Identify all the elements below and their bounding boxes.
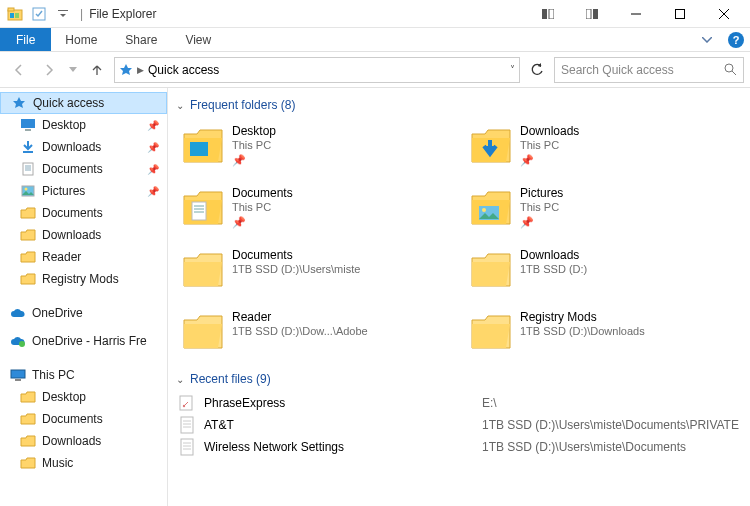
file-icon — [178, 394, 196, 412]
section-frequent-folders[interactable]: ⌄ Frequent folders (8) — [172, 96, 750, 114]
tab-view[interactable]: View — [171, 28, 225, 51]
sidebar-this-pc[interactable]: This PC — [0, 364, 167, 386]
sidebar-item-documents-2[interactable]: Documents — [0, 202, 167, 224]
file-row[interactable]: PhraseExpressE:\ — [178, 392, 746, 414]
file-location: 1TB SSD (D:)\Users\miste\Documents\PRIVA… — [482, 418, 739, 432]
file-icon — [178, 416, 196, 434]
forward-button[interactable] — [36, 57, 62, 83]
sidebar-thispc-documents[interactable]: Documents — [0, 408, 167, 430]
address-bar[interactable]: ▶ Quick access ˅ — [114, 57, 520, 83]
folder-location: This PC — [232, 200, 293, 214]
ribbon-display-icon-2[interactable] — [570, 0, 614, 28]
sidebar-item-reader[interactable]: Reader — [0, 246, 167, 268]
qat-dropdown-icon[interactable] — [52, 3, 74, 25]
sidebar-item-label: OneDrive — [32, 306, 83, 320]
refresh-button[interactable] — [524, 57, 550, 83]
cloud-icon — [10, 305, 26, 321]
sidebar-item-label: OneDrive - Harris Fre — [32, 334, 147, 348]
search-input[interactable] — [561, 63, 724, 77]
sidebar-item-desktop[interactable]: Desktop 📌 — [0, 114, 167, 136]
pin-icon: 📌 — [520, 216, 563, 229]
section-recent-files[interactable]: ⌄ Recent files (9) — [172, 370, 750, 388]
ribbon-expand-icon[interactable] — [692, 28, 722, 51]
tab-home[interactable]: Home — [51, 28, 111, 51]
folder-icon — [20, 433, 36, 449]
recent-locations-icon[interactable] — [66, 57, 80, 83]
folder-name: Documents — [232, 186, 293, 200]
folder-icon — [182, 248, 224, 290]
file-location: E:\ — [482, 396, 497, 410]
folder-item[interactable]: Documents1TB SSD (D:)\Users\miste — [178, 244, 458, 302]
folder-icon — [20, 271, 36, 287]
sidebar-onedrive[interactable]: OneDrive — [0, 302, 167, 324]
search-box[interactable] — [554, 57, 744, 83]
minimize-button[interactable] — [614, 0, 658, 28]
folder-icon — [20, 455, 36, 471]
chevron-right-icon[interactable]: ▶ — [137, 65, 144, 75]
sidebar-item-documents[interactable]: Documents 📌 — [0, 158, 167, 180]
sidebar-item-pictures[interactable]: Pictures 📌 — [0, 180, 167, 202]
up-button[interactable] — [84, 57, 110, 83]
folder-item[interactable]: Registry Mods1TB SSD (D:)\Downloads — [466, 306, 746, 364]
ribbon-tabs: File Home Share View ? — [0, 28, 750, 52]
sidebar-item-label: Downloads — [42, 434, 101, 448]
file-name: Wireless Network Settings — [204, 440, 474, 454]
svg-rect-8 — [586, 9, 591, 19]
file-row[interactable]: Wireless Network Settings1TB SSD (D:)\Us… — [178, 436, 746, 458]
folder-item[interactable]: DocumentsThis PC📌 — [178, 182, 458, 240]
pin-icon: 📌 — [232, 154, 276, 167]
sidebar-onedrive-2[interactable]: OneDrive - Harris Fre — [0, 330, 167, 352]
sidebar-thispc-music[interactable]: Music — [0, 452, 167, 474]
sidebar-item-registry-mods[interactable]: Registry Mods — [0, 268, 167, 290]
sidebar-item-label: Documents — [42, 206, 103, 220]
svg-rect-9 — [593, 9, 598, 19]
folder-item[interactable]: DesktopThis PC📌 — [178, 120, 458, 178]
tab-share[interactable]: Share — [111, 28, 171, 51]
sidebar-item-downloads[interactable]: Downloads 📌 — [0, 136, 167, 158]
sidebar-item-downloads-2[interactable]: Downloads — [0, 224, 167, 246]
folder-icon — [470, 124, 512, 166]
pictures-icon — [20, 183, 36, 199]
folder-icon — [20, 227, 36, 243]
sidebar-item-label: Documents — [42, 162, 103, 176]
folder-location: 1TB SSD (D:)\Downloads — [520, 324, 645, 338]
svg-point-36 — [183, 405, 185, 407]
svg-rect-26 — [11, 370, 25, 378]
sidebar-quick-access[interactable]: Quick access — [0, 92, 167, 114]
section-title: Frequent folders (8) — [190, 98, 295, 112]
sidebar-thispc-downloads[interactable]: Downloads — [0, 430, 167, 452]
svg-rect-17 — [25, 129, 31, 131]
folder-item[interactable]: Downloads1TB SSD (D:) — [466, 244, 746, 302]
quick-access-star-icon — [119, 63, 133, 77]
pc-icon — [10, 367, 26, 383]
documents-icon — [20, 161, 36, 177]
ribbon-display-icon-1[interactable] — [526, 0, 570, 28]
section-title: Recent files (9) — [190, 372, 271, 386]
tab-file[interactable]: File — [0, 28, 51, 51]
back-button[interactable] — [6, 57, 32, 83]
close-button[interactable] — [702, 0, 746, 28]
breadcrumb[interactable]: Quick access — [148, 63, 219, 77]
maximize-button[interactable] — [658, 0, 702, 28]
sidebar-item-label: Desktop — [42, 118, 86, 132]
help-icon[interactable]: ? — [728, 32, 744, 48]
folder-item[interactable]: DownloadsThis PC📌 — [466, 120, 746, 178]
sidebar-item-label: Quick access — [33, 96, 104, 110]
folder-icon — [20, 249, 36, 265]
folder-location: This PC — [232, 138, 276, 152]
folder-item[interactable]: Reader1TB SSD (D:)\Dow...\Adobe — [178, 306, 458, 364]
address-dropdown-icon[interactable]: ˅ — [510, 64, 515, 75]
pin-icon: 📌 — [232, 216, 293, 229]
search-icon[interactable] — [724, 63, 737, 76]
svg-point-34 — [482, 208, 486, 212]
pin-icon: 📌 — [147, 142, 159, 153]
folder-icon — [20, 411, 36, 427]
qat-properties-icon[interactable] — [28, 3, 50, 25]
sidebar-item-label: Downloads — [42, 140, 101, 154]
pin-icon: 📌 — [147, 186, 159, 197]
file-row[interactable]: AT&T1TB SSD (D:)\Users\miste\Documents\P… — [178, 414, 746, 436]
svg-line-15 — [732, 71, 736, 75]
sidebar-thispc-desktop[interactable]: Desktop — [0, 386, 167, 408]
folder-item[interactable]: PicturesThis PC📌 — [466, 182, 746, 240]
svg-rect-11 — [676, 9, 685, 18]
